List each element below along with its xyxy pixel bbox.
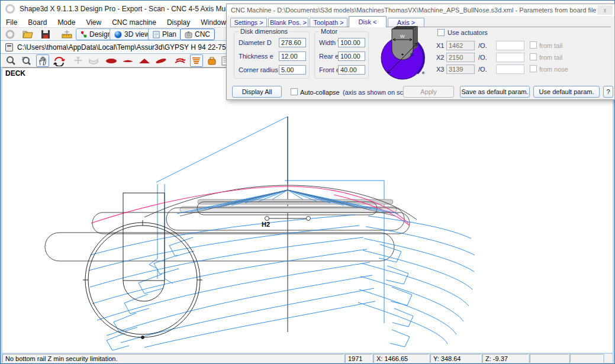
x1-from-tail-label: from tail xyxy=(539,42,562,49)
apply-button[interactable]: Apply xyxy=(403,86,454,98)
outline-view-icon[interactable] xyxy=(105,54,118,67)
diagram-e-label: e xyxy=(422,70,425,75)
status-empty-1 xyxy=(530,354,569,363)
thickness-input[interactable] xyxy=(279,51,306,61)
x2-offset-input[interactable] xyxy=(496,53,524,62)
menu-cnc-machine[interactable]: CNC machine xyxy=(107,18,162,27)
disk-dimensions-group: Disk dimensions Diameter D Thickness e C… xyxy=(234,31,310,79)
motor-rear-input[interactable] xyxy=(338,51,365,61)
board-contours xyxy=(45,185,417,261)
motor-front-input[interactable] xyxy=(338,65,365,75)
x3-origin-label: /O. xyxy=(478,66,487,73)
x2-origin-label: /O. xyxy=(478,54,487,61)
flip-board-icon[interactable] xyxy=(173,54,186,67)
menu-board[interactable]: Board xyxy=(22,18,52,27)
status-z: Z: -9.37 xyxy=(482,354,529,363)
open-file-icon[interactable] xyxy=(22,29,34,40)
menu-mode[interactable]: Mode xyxy=(52,18,81,27)
thickness-label: Thickness e xyxy=(239,53,273,60)
dialog-close-button[interactable]: x xyxy=(597,5,613,15)
flip-tool-disabled-icon[interactable] xyxy=(87,54,100,67)
menu-display[interactable]: Display xyxy=(162,18,195,27)
disk-dimensions-title: Disk dimensions xyxy=(239,28,289,35)
sphere-icon xyxy=(114,31,122,38)
x1-input[interactable] xyxy=(446,41,475,50)
diagram-d-label: D xyxy=(410,52,414,57)
motor-title: Motor xyxy=(319,28,339,35)
menu-view[interactable]: View xyxy=(81,18,107,27)
save-default-button[interactable]: Save as default param. xyxy=(460,86,530,98)
cnc-drawing-canvas[interactable]: H2 DECK xyxy=(2,67,613,353)
statusbar: No bottom rail Z min security limitation… xyxy=(2,354,613,363)
x1-from-tail-checkbox[interactable] xyxy=(530,41,537,49)
cnc-machine-dialog: CNC Machine - D:\Documents\S3d models\Ma… xyxy=(226,4,615,100)
rotate-view-icon[interactable] xyxy=(53,54,66,67)
pan-hand-tool[interactable] xyxy=(36,54,49,67)
view-label: DECK xyxy=(5,69,25,78)
profile-view-icon[interactable] xyxy=(121,54,134,67)
3d-view-label: 3D view xyxy=(124,30,150,38)
diameter-label: Diameter D xyxy=(239,39,272,46)
cnc-mode-button[interactable]: CNC xyxy=(180,28,215,40)
tab-settings[interactable]: Settings > xyxy=(230,18,267,27)
cnc-machine-icon xyxy=(185,31,192,38)
resize-grip[interactable] xyxy=(604,354,613,363)
x3-label: X3 xyxy=(436,66,444,73)
x1-origin-label: /O. xyxy=(478,42,487,49)
shape3d-main-window: Shape3d X 9.1.1.3 Design Pro - Export - … xyxy=(0,0,615,364)
new-board-icon[interactable] xyxy=(4,29,16,40)
toolpath-drawing: H2 DECK xyxy=(2,68,613,353)
x3-input[interactable] xyxy=(446,65,475,74)
plan-icon xyxy=(153,31,160,38)
x3-from-nose-checkbox[interactable] xyxy=(530,65,537,72)
status-empty-2 xyxy=(570,354,603,363)
motor-group: Motor Width W Rear e1 Front e2 xyxy=(314,31,369,79)
use-actuators-checkbox[interactable] xyxy=(437,29,445,36)
tab-toolpath[interactable]: Toolpath > xyxy=(310,18,347,27)
x3-offset-input[interactable] xyxy=(496,65,524,74)
cnc-label: CNC xyxy=(195,30,210,38)
display-all-button[interactable]: Display All xyxy=(232,86,282,98)
auto-collapse-label: Auto-collapse xyxy=(300,89,340,96)
motor-width-input[interactable] xyxy=(338,38,365,47)
blank-tool-icon[interactable] xyxy=(205,54,218,67)
path-icon xyxy=(5,43,13,51)
layers-view-icon[interactable] xyxy=(190,54,203,67)
disk-diagram: W D e xyxy=(376,25,430,82)
diameter-input[interactable] xyxy=(279,38,306,47)
tab-blank-pos[interactable]: Blank Pos. > xyxy=(268,18,308,27)
x2-input[interactable] xyxy=(446,53,475,62)
move-tool-disabled-icon[interactable] xyxy=(72,54,85,67)
design-icon xyxy=(81,31,87,38)
plan-mode-button[interactable]: Plan xyxy=(148,28,181,40)
h2-dimension: H2 xyxy=(262,217,311,228)
rocker-view-icon[interactable] xyxy=(154,54,168,67)
x1-offset-input[interactable] xyxy=(496,41,524,50)
corner-radius-input[interactable] xyxy=(279,65,306,75)
x2-from-tail-checkbox[interactable] xyxy=(530,53,537,60)
save-file-icon[interactable] xyxy=(40,29,51,40)
auto-collapse-checkbox[interactable] xyxy=(291,88,298,95)
plan-label: Plan xyxy=(162,30,176,38)
dialog-help-button[interactable]: ? xyxy=(603,86,613,98)
status-message: No bottom rail Z min security limitation… xyxy=(2,354,344,363)
zoom-in-icon[interactable] xyxy=(4,54,17,67)
use-actuators-label: Use actuators xyxy=(447,29,488,36)
h2-label: H2 xyxy=(262,221,270,228)
menu-file[interactable]: File xyxy=(1,18,22,27)
toolpath-passes xyxy=(89,215,475,350)
status-y: Y: 348.64 xyxy=(430,354,481,363)
design-label: Design xyxy=(89,30,111,38)
app-icon xyxy=(5,4,15,14)
x2-label: X2 xyxy=(436,54,444,61)
diagram-w-label: W xyxy=(400,34,405,39)
x1-label: X1 xyxy=(436,42,444,49)
x3-from-nose-label: from nose xyxy=(539,66,568,73)
measure-tool-icon[interactable] xyxy=(61,29,73,40)
slice-view-icon[interactable] xyxy=(138,54,151,67)
dialog-title: CNC Machine - D:\Documents\S3d models\Ma… xyxy=(231,7,596,14)
dialog-titlebar[interactable]: CNC Machine - D:\Documents\S3d models\Ma… xyxy=(227,4,614,16)
use-default-button[interactable]: Use default param. xyxy=(533,86,600,98)
zoom-window-icon[interactable] xyxy=(20,54,33,67)
x2-from-tail-label: from tail xyxy=(539,54,562,61)
